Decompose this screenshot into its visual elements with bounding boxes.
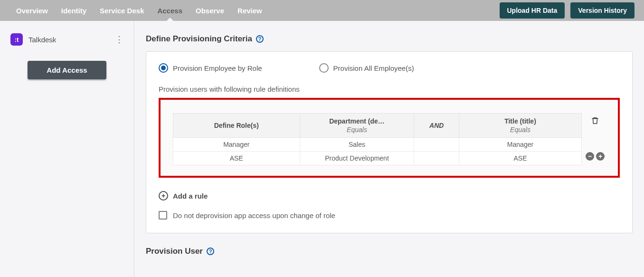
table-row[interactable]: Manager Sales Manager (173, 138, 582, 152)
tab-observe[interactable]: Observe (189, 0, 231, 21)
provision-user-title-text: Provision User (146, 247, 203, 256)
add-rule-label: Add a rule (173, 192, 208, 200)
cell-and (414, 152, 459, 165)
radio-all-label: Provision All Employee(s) (333, 64, 414, 72)
tab-review[interactable]: Review (231, 0, 269, 21)
section-title: Define Provisioning Criteria ? (146, 34, 633, 44)
tab-identity[interactable]: Identity (55, 0, 93, 21)
col-role-header: Define Role(s) (173, 114, 300, 138)
cell-dept: Sales (300, 138, 414, 152)
rules-table: Define Role(s) Department (de… Equals AN… (173, 113, 582, 165)
upload-hr-data-button[interactable]: Upload HR Data (500, 2, 565, 19)
sidebar-app-item[interactable]: :t Talkdesk ⋮ (0, 29, 134, 49)
nav-tabs: Overview Identity Service Desk Access Ob… (9, 0, 269, 21)
radio-by-role-label: Provision Employee by Role (173, 64, 262, 72)
cell-role: Manager (173, 138, 300, 152)
provisioning-card: Provision Employee by Role Provision All… (146, 51, 633, 233)
provision-mode-radios: Provision Employee by Role Provision All… (159, 63, 620, 73)
col-and-header: AND (414, 114, 459, 138)
col-title-header: Title (title) Equals (459, 114, 581, 138)
provision-user-section-title: Provision User ? (146, 247, 633, 256)
main-content: Define Provisioning Criteria ? Provision… (134, 21, 644, 277)
cell-title: ASE (459, 152, 581, 165)
radio-provision-by-role[interactable]: Provision Employee by Role (159, 63, 262, 73)
table-row[interactable]: ASE Product Development ASE (173, 152, 582, 165)
no-deprovision-checkbox[interactable]: Do not deprovision app access upon chang… (159, 211, 620, 220)
radio-circle-icon (159, 63, 168, 73)
trash-icon[interactable] (591, 116, 599, 127)
add-row-button[interactable]: + (596, 152, 605, 161)
radio-circle-icon (319, 63, 329, 73)
cell-role: ASE (173, 152, 300, 165)
help-icon[interactable]: ? (207, 248, 214, 255)
app-icon: :t (10, 33, 23, 46)
version-history-button[interactable]: Version History (570, 2, 635, 19)
radio-provision-all[interactable]: Provision All Employee(s) (319, 63, 414, 73)
cell-title: Manager (459, 138, 581, 152)
rules-side-controls: − + (585, 113, 606, 161)
top-nav: Overview Identity Service Desk Access Ob… (0, 0, 644, 21)
tab-service-desk[interactable]: Service Desk (93, 0, 151, 21)
col-dept-header: Department (de… Equals (300, 114, 414, 138)
checkbox-icon (159, 211, 167, 220)
app-name-label: Talkdesk (28, 36, 56, 44)
section-title-text: Define Provisioning Criteria (146, 34, 252, 44)
topbar-actions: Upload HR Data Version History (500, 2, 635, 19)
cell-and (414, 138, 459, 152)
tab-overview[interactable]: Overview (9, 0, 55, 21)
tab-access[interactable]: Access (151, 0, 189, 21)
remove-row-button[interactable]: − (586, 152, 594, 161)
kebab-icon[interactable]: ⋮ (115, 35, 123, 44)
rules-subhead: Provision users with following rule defi… (159, 85, 620, 93)
help-icon[interactable]: ? (256, 35, 264, 43)
plus-circle-icon: + (159, 191, 168, 201)
rules-highlight-box: Define Role(s) Department (de… Equals AN… (159, 98, 620, 178)
add-access-button[interactable]: Add Access (28, 61, 106, 79)
sidebar: :t Talkdesk ⋮ Add Access (0, 21, 134, 277)
add-rule-button[interactable]: + Add a rule (159, 191, 620, 201)
no-deprovision-label: Do not deprovision app access upon chang… (173, 211, 335, 220)
cell-dept: Product Development (300, 152, 414, 165)
